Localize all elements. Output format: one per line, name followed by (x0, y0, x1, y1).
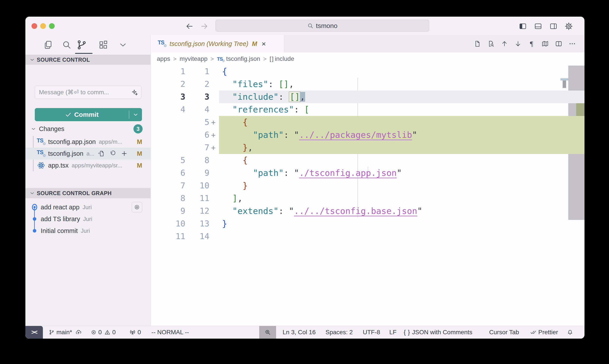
code-line[interactable]: 11{ (151, 65, 584, 78)
code-line[interactable]: 7+ }, (151, 141, 584, 154)
code-line[interactable]: 912 "extends": "../../tsconfig.base.json… (151, 205, 584, 217)
search-view-button[interactable] (61, 39, 73, 51)
source-control-view-button[interactable] (76, 39, 88, 51)
changes-section-header[interactable]: Changes 3 (25, 123, 151, 135)
indentation-status[interactable]: Spaces: 2 (325, 329, 353, 336)
code-line[interactable]: 6+ "path": "../../packages/mytslib" (151, 129, 584, 141)
breadcrumb-item[interactable]: myviteapp (180, 55, 207, 62)
stage-changes-button[interactable] (120, 150, 128, 157)
graph-section-header[interactable]: SOURCE CONTROL GRAPH (25, 188, 151, 198)
broadcast-status[interactable]: 0 (129, 329, 141, 336)
code-text[interactable]: "path": "../../packages/mytslib" (219, 129, 584, 141)
problems-warnings[interactable]: 0 (104, 329, 116, 336)
code-text[interactable]: "extends": "../../tsconfig.base.json" (219, 205, 584, 217)
error-count: 0 (98, 329, 102, 336)
branch-status[interactable]: main* (49, 329, 72, 336)
commit-dropdown-button[interactable] (129, 112, 142, 118)
commit-label: Commit (74, 111, 99, 118)
close-tab-button[interactable]: × (262, 40, 266, 48)
back-button[interactable] (185, 21, 194, 31)
encoding-status[interactable]: UTF-8 (363, 329, 380, 336)
old-line-number: 5 (151, 154, 188, 167)
open-file-button[interactable] (473, 39, 482, 48)
file-name: tsconfig.app.json (48, 138, 96, 145)
code-line[interactable]: 1013} (151, 217, 584, 230)
added-line-marker (211, 91, 219, 103)
source-control-section-header[interactable]: SOURCE CONTROL (25, 55, 151, 65)
language-mode[interactable]: { } JSON with Comments (404, 329, 472, 336)
split-editor-button[interactable] (554, 39, 563, 48)
commit-row[interactable]: add TS library Juri (25, 213, 151, 225)
code-line[interactable]: 69 "path": "./tsconfig.app.json" (151, 167, 584, 179)
code-text[interactable]: "path": "./tsconfig.app.json" (219, 167, 584, 179)
changed-file-row-selected[interactable]: TS⚙ tsconfig.json a... M (25, 148, 151, 159)
tab-tsconfig-working-tree[interactable]: TS⚙ tsconfig.json (Working Tree) M × (151, 35, 284, 52)
code-line[interactable]: 811 ], (151, 192, 584, 205)
code-line[interactable]: 58 { (151, 154, 584, 167)
render-whitespace-button[interactable]: ¶ (527, 39, 536, 48)
code-line[interactable]: 22 "files": [], (151, 78, 584, 91)
code-text[interactable]: ], (219, 192, 584, 205)
breadcrumb-item[interactable]: tsconfig.json (226, 55, 260, 62)
commit-message-input[interactable] (35, 89, 131, 96)
commit-row[interactable]: add react app Juri (25, 201, 151, 213)
ai-sparkle-icon[interactable] (131, 89, 138, 96)
code-text[interactable]: } (219, 217, 584, 230)
close-window-button[interactable] (31, 23, 37, 29)
next-change-button[interactable] (514, 39, 522, 48)
changed-file-row[interactable]: TS⚙ tsconfig.app.json apps/m... M (25, 136, 151, 148)
code-text[interactable]: "include": [], (219, 91, 584, 103)
settings-button[interactable] (564, 21, 574, 31)
maximize-window-button[interactable] (49, 23, 55, 29)
cursor-position[interactable]: Ln 3, Col 16 (283, 329, 316, 336)
eol-status[interactable]: LF (389, 329, 397, 336)
chevron-down-icon (31, 126, 36, 132)
code-line[interactable]: 710 } (151, 179, 584, 192)
file-icon (474, 40, 481, 48)
code-text[interactable]: } (219, 179, 584, 192)
discard-changes-button[interactable] (109, 150, 117, 157)
gear-icon (564, 22, 573, 31)
commit-row[interactable]: Initial commit Juri (25, 225, 151, 237)
minimize-window-button[interactable] (40, 23, 46, 29)
map-view-button[interactable] (541, 39, 549, 48)
code-text[interactable]: { (219, 116, 584, 129)
changed-file-row[interactable]: app.tsx apps/myviteapp/sr... M (25, 159, 151, 171)
zoom-indicator[interactable] (259, 326, 276, 339)
sync-button[interactable] (75, 329, 82, 336)
commit-button[interactable]: Commit (35, 111, 129, 118)
notifications-button[interactable] (567, 329, 573, 336)
more-views-button[interactable] (117, 39, 129, 51)
remote-indicator[interactable]: >< (25, 326, 43, 339)
open-changes-button[interactable] (487, 39, 495, 48)
symbol-array-icon: [ ] (270, 56, 273, 62)
extensions-view-button[interactable] (97, 39, 109, 51)
command-center-search[interactable]: tsmono (216, 20, 429, 32)
toggle-secondary-sidebar-button[interactable] (549, 21, 558, 31)
code-text[interactable]: { (219, 154, 584, 167)
extensions-icon (98, 40, 108, 50)
code-line[interactable]: 33 "include": [], (151, 91, 584, 103)
code-line[interactable]: 1114 (151, 230, 584, 243)
breadcrumb-item[interactable]: include (275, 55, 294, 62)
code-text[interactable]: }, (219, 141, 584, 154)
code-line[interactable]: 5+ { (151, 116, 584, 129)
more-actions-button[interactable] (568, 39, 577, 48)
toggle-primary-sidebar-button[interactable] (518, 21, 528, 31)
problems-errors[interactable]: 0 (91, 329, 102, 336)
code-line[interactable]: 44 "references": [ (151, 103, 584, 116)
vim-mode-indicator[interactable]: -- NORMAL -- (151, 329, 189, 336)
previous-change-button[interactable] (500, 39, 509, 48)
cursor-tab-status[interactable]: Cursor Tab (489, 329, 519, 336)
code-text[interactable] (219, 230, 584, 243)
toggle-panel-button[interactable] (533, 21, 543, 31)
goto-commit-button[interactable] (132, 202, 142, 212)
open-file-button[interactable] (98, 150, 105, 157)
explorer-view-button[interactable] (42, 39, 54, 51)
code-text[interactable]: "files": [], (219, 78, 584, 91)
code-text[interactable]: { (219, 65, 584, 78)
code-text[interactable]: "references": [ (219, 103, 584, 116)
formatter-status[interactable]: Prettier (530, 329, 558, 336)
breadcrumb-item[interactable]: apps (157, 55, 170, 62)
forward-button[interactable] (199, 21, 209, 31)
